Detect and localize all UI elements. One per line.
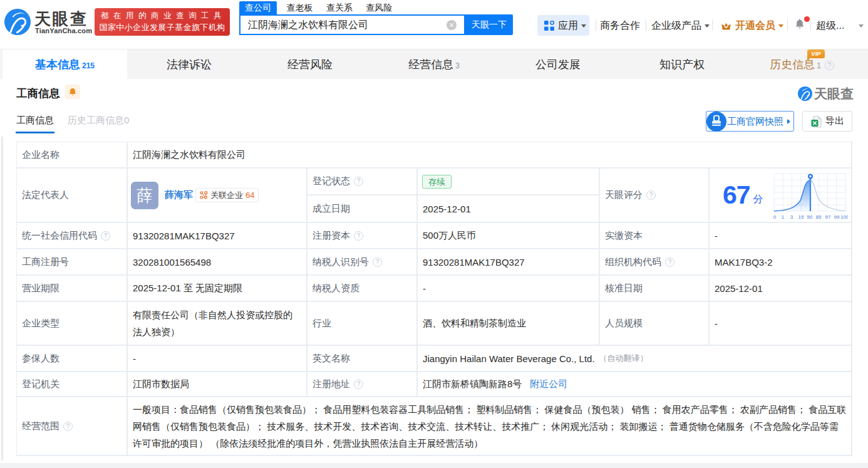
svg-text:15: 15 — [798, 214, 803, 220]
svg-text:50: 50 — [807, 214, 812, 220]
svg-text:97: 97 — [825, 214, 830, 220]
svg-text:3: 3 — [790, 214, 793, 220]
svg-text:100: 100 — [840, 214, 848, 220]
svg-text:1: 1 — [781, 214, 784, 220]
svg-text:99: 99 — [834, 214, 839, 220]
svg-text:85: 85 — [815, 214, 821, 220]
svg-text:0: 0 — [773, 214, 776, 220]
